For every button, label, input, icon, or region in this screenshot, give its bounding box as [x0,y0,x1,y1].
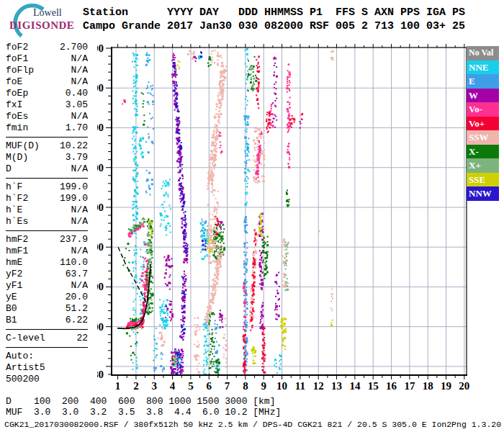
x-axis-label: 20 [459,380,469,392]
parameter-label: h`E [6,204,22,216]
y-axis-label: 500 [97,202,104,213]
parameter-value: 199.0 [60,193,88,204]
x-axis-label: 18 [423,380,433,392]
parameter-label: hmF1 [6,246,28,257]
parameter-label: D [6,163,12,175]
y-axis-label: 900 [97,42,104,54]
legend-item-noval: No Val [467,46,499,60]
parameter-value: N/A [71,111,88,122]
parameter-label: h`F [6,181,22,193]
x-axis-label: 14 [349,380,361,392]
parameter-label: foF2 [6,42,28,53]
parameter-label: foEp [6,88,28,99]
panel-separator [6,347,88,348]
x-axis-label: 4 [170,380,176,392]
ionogram-plot: 1234567891011121314151617181920900800700… [97,37,504,400]
panel-separator [6,329,88,330]
x-axis-label: 2 [133,380,139,392]
x-axis-label: 16 [386,380,397,392]
autoscaling-info-line: Artist5 [6,362,88,374]
parameter-label: h`Es [6,216,28,228]
x-axis-label: 6 [207,380,212,392]
parameter-row-yf1: yF1N/A [6,280,88,292]
parameter-row-yf2: yF263.7 [6,269,88,280]
legend-item-x: X- [467,145,499,159]
x-axis-label: 17 [404,380,415,392]
parameter-row-hmf2: hmF2237.9 [6,234,88,246]
parameter-value: N/A [71,76,88,88]
parameter-row-fof2: foF22.700 [6,42,88,53]
parameter-row-hes: h`EsN/A [6,216,88,228]
parameter-value: 22 [76,333,88,344]
parameter-label: foF1 [6,53,28,65]
legend-item-sse: SSE [467,173,499,187]
x-axis-label: 8 [243,380,248,392]
autoscaling-info-line: Auto: [6,351,88,362]
station-header: Station YYYY DAY DDD HHMMSS P1 FFS S AXN… [83,6,465,33]
y-axis-label: 200 [97,321,104,333]
parameter-value: 20.0 [66,292,88,303]
panel-separator [6,230,88,231]
parameter-value: 237.9 [60,234,88,246]
parameter-label: yF2 [6,269,22,280]
parameter-row-b0: B051.2 [6,303,88,315]
parameter-value: 2.700 [60,42,88,53]
parameter-value: N/A [71,204,88,216]
parameter-label: B1 [6,315,17,326]
x-axis-label: 12 [313,380,324,392]
x-axis-label: 3 [152,380,158,392]
parameter-value: 0.40 [66,88,88,99]
logo-digisonde-text: DIGISONDE [9,19,74,32]
parameter-label: B0 [6,303,17,315]
parameter-value: 3.79 [66,152,88,163]
parameter-row-foflp: foFlpN/A [6,65,88,76]
dmuf-table: D 100 200 400 600 800 1000 1500 3000 [km… [6,397,281,418]
parameter-row-fxi: fxI3.05 [6,99,88,111]
x-axis-label: 19 [441,380,451,392]
y-axis-label: 700 [97,122,104,133]
parameter-row-he: h`EN/A [6,204,88,216]
parameter-label: fxI [6,99,22,111]
x-axis-label: 10 [276,380,287,392]
parameter-value: 1.70 [66,122,88,134]
parameter-value: N/A [71,216,88,228]
header-line-values: Campo Grande 2017 Jan30 030 082000 RSF 0… [83,20,465,32]
parameter-row-md: M(D)3.79 [6,152,88,163]
app-logo: Lowell DIGISONDE [4,3,87,37]
parameter-label: yE [6,292,17,303]
parameter-value: 6.22 [66,315,88,326]
x-axis-label: 5 [188,380,194,392]
panel-separator [6,178,88,179]
parameter-value: N/A [71,163,88,175]
parameter-row-fof1: foF1N/A [6,53,88,65]
parameter-value: N/A [71,246,88,257]
doppler-legend: No ValNNEEWVo-Vo+SSWX-X+SSENNW [467,46,499,201]
legend-item-nne: NNE [467,60,499,75]
parameter-row-hf2: h`F2199.0 [6,193,88,204]
y-axis-label: 300 [97,281,104,292]
parameter-label: hmF2 [6,234,28,246]
legend-item-nnw: NNW [467,186,499,201]
parameter-row-foes: foEsN/A [6,111,88,122]
footer-status-line: CGK21_2017030082000.RSF / 380fx512h 50 k… [4,420,501,429]
parameter-row-foep: foEp0.40 [6,88,88,99]
parameter-label: C-level [6,333,45,344]
x-axis-label: 13 [331,380,342,392]
parameter-label: foFlp [6,65,34,76]
panel-separator [6,137,88,138]
x-axis-label: 11 [295,380,305,392]
x-axis-label: 7 [225,380,230,392]
parameter-panel: foF22.700foF1N/AfoFlpN/AfoEN/AfoEp0.40fx… [6,42,88,385]
parameter-value: 3.05 [66,99,88,111]
legend-item-x: X+ [467,158,499,173]
parameter-value: 199.0 [60,181,88,193]
y-axis-label: 800 [97,82,104,94]
parameter-row-hmf1: hmF1N/A [6,246,88,257]
legend-item-e: E [467,74,499,89]
parameter-row-b1: B16.22 [6,315,88,326]
x-axis-label: 1 [115,380,121,392]
parameter-label: h`F2 [6,193,28,204]
parameter-row-hme: hmE110.0 [6,257,88,269]
logo-lowell-text: Lowell [33,7,62,19]
legend-item-w: W [467,89,499,103]
